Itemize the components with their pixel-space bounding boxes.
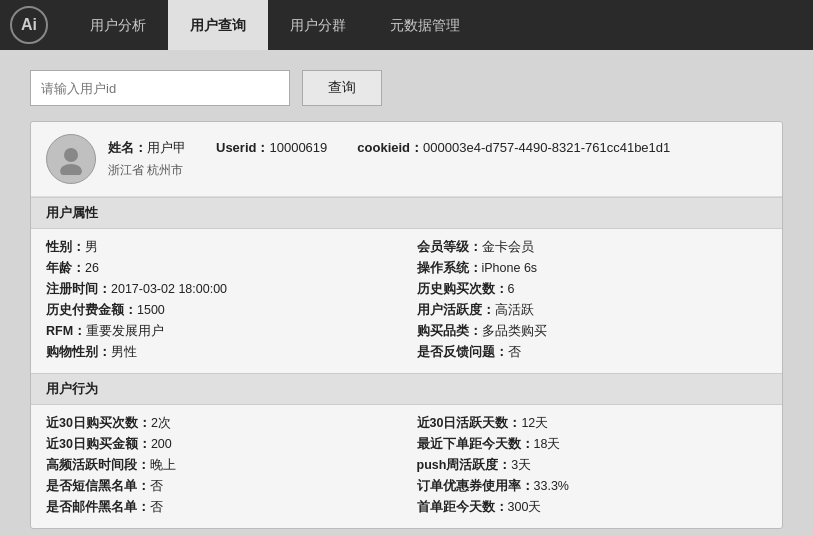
nav-item-user-analysis[interactable]: 用户分析: [68, 0, 168, 50]
user-card: 姓名：用户甲 Userid：10000619 cookieid：000003e4…: [30, 121, 783, 529]
beh-purchase-amount: 近30日购买金额：200: [46, 436, 397, 453]
user-name-label: 姓名：: [108, 140, 147, 155]
attr-membership: 会员等级：金卡会员: [417, 239, 768, 256]
attr-col-right: 会员等级：金卡会员 操作系统：iPhone 6s 历史购买次数：6 用户活跃度：…: [417, 239, 768, 361]
attr-col-left: 性别：男 年龄：26 注册时间：2017-03-02 18:00:00 历史付费…: [46, 239, 397, 361]
attr-os: 操作系统：iPhone 6s: [417, 260, 768, 277]
nav-items: 用户分析 用户查询 用户分群 元数据管理: [68, 0, 482, 50]
search-bar: 查询: [30, 70, 783, 106]
attr-purchase-count-label: 历史购买次数：: [417, 282, 508, 296]
attr-os-value: iPhone 6s: [482, 261, 538, 275]
nav-item-metadata[interactable]: 元数据管理: [368, 0, 482, 50]
main-content: 查询 姓名：用户甲 Userid：10000619: [0, 50, 813, 536]
attr-payment-label: 历史付费金额：: [46, 303, 137, 317]
attr-gender-label: 性别：: [46, 240, 85, 254]
logo-text: Ai: [21, 16, 37, 34]
attr-category-value: 多品类购买: [482, 324, 547, 338]
attr-reg-time-value: 2017-03-02 18:00:00: [111, 282, 227, 296]
nav-item-user-segment[interactable]: 用户分群: [268, 0, 368, 50]
attr-left-list: 性别：男 年龄：26 注册时间：2017-03-02 18:00:00 历史付费…: [46, 239, 397, 361]
attr-membership-label: 会员等级：: [417, 240, 482, 254]
beh-sms-blacklist: 是否短信黑名单：否: [46, 478, 397, 495]
svg-point-0: [64, 148, 78, 162]
beh-email-blacklist-label: 是否邮件黑名单：: [46, 500, 150, 514]
user-location: 浙江省 杭州市: [108, 162, 670, 179]
beh-last-order-value: 18天: [534, 437, 561, 451]
beh-active-time: 高频活跃时间段：晚上: [46, 457, 397, 474]
beh-sms-blacklist-value: 否: [150, 479, 163, 493]
beh-last-order: 最近下单距今天数：18天: [417, 436, 768, 453]
attr-reg-time: 注册时间：2017-03-02 18:00:00: [46, 281, 397, 298]
userid-value: 10000619: [269, 140, 327, 155]
beh-email-blacklist: 是否邮件黑名单：否: [46, 499, 397, 516]
beh-first-order: 首单距今天数：300天: [417, 499, 768, 516]
attr-activity-label: 用户活跃度：: [417, 303, 495, 317]
attr-feedback-value: 否: [508, 345, 521, 359]
attributes-grid: 性别：男 年龄：26 注册时间：2017-03-02 18:00:00 历史付费…: [46, 239, 767, 361]
user-basic-row1: 姓名：用户甲 Userid：10000619 cookieid：000003e4…: [108, 139, 670, 157]
beh-active-time-label: 高频活跃时间段：: [46, 458, 150, 472]
attr-age: 年龄：26: [46, 260, 397, 277]
attr-reg-time-label: 注册时间：: [46, 282, 111, 296]
behavior-col-right: 近30日活跃天数：12天 最近下单距今天数：18天 push周活跃度：3天 订单…: [417, 415, 768, 516]
attr-rfm-label: RFM：: [46, 324, 86, 338]
attr-activity-value: 高活跃: [495, 303, 534, 317]
attr-shop-gender-label: 购物性别：: [46, 345, 111, 359]
attr-age-label: 年龄：: [46, 261, 85, 275]
beh-purchase-amount-label: 近30日购买金额：: [46, 437, 151, 451]
user-name: 姓名：用户甲: [108, 139, 186, 157]
nav-item-user-query[interactable]: 用户查询: [168, 0, 268, 50]
attr-category: 购买品类：多品类购买: [417, 323, 768, 340]
attr-age-value: 26: [85, 261, 99, 275]
beh-purchase-count-value: 2次: [151, 416, 171, 430]
attr-payment-value: 1500: [137, 303, 165, 317]
nav-bar: Ai 用户分析 用户查询 用户分群 元数据管理: [0, 0, 813, 50]
attr-feedback-label: 是否反馈问题：: [417, 345, 508, 359]
user-basic-info: 姓名：用户甲 Userid：10000619 cookieid：000003e4…: [108, 139, 670, 179]
beh-push-activity: push周活跃度：3天: [417, 457, 768, 474]
search-button[interactable]: 查询: [302, 70, 382, 106]
attr-gender-value: 男: [85, 240, 98, 254]
user-userid: Userid：10000619: [216, 139, 327, 157]
beh-push-activity-label: push周活跃度：: [417, 458, 512, 472]
attr-shop-gender-value: 男性: [111, 345, 137, 359]
beh-push-activity-value: 3天: [511, 458, 531, 472]
behavior-left-list: 近30日购买次数：2次 近30日购买金额：200 高频活跃时间段：晚上 是否短信…: [46, 415, 397, 516]
search-input[interactable]: [30, 70, 290, 106]
beh-active-time-value: 晚上: [150, 458, 176, 472]
attr-membership-value: 金卡会员: [482, 240, 534, 254]
attr-purchase-count: 历史购买次数：6: [417, 281, 768, 298]
attr-rfm-value: 重要发展用户: [86, 324, 164, 338]
beh-active-days: 近30日活跃天数：12天: [417, 415, 768, 432]
behavior-grid: 近30日购买次数：2次 近30日购买金额：200 高频活跃时间段：晚上 是否短信…: [46, 415, 767, 516]
attr-category-label: 购买品类：: [417, 324, 482, 338]
attr-right-list: 会员等级：金卡会员 操作系统：iPhone 6s 历史购买次数：6 用户活跃度：…: [417, 239, 768, 361]
attr-shop-gender: 购物性别：男性: [46, 344, 397, 361]
user-header: 姓名：用户甲 Userid：10000619 cookieid：000003e4…: [31, 122, 782, 197]
userid-label: Userid：: [216, 140, 269, 155]
beh-sms-blacklist-label: 是否短信黑名单：: [46, 479, 150, 493]
beh-purchase-count: 近30日购买次数：2次: [46, 415, 397, 432]
attr-os-label: 操作系统：: [417, 261, 482, 275]
attr-feedback: 是否反馈问题：否: [417, 344, 768, 361]
beh-last-order-label: 最近下单距今天数：: [417, 437, 534, 451]
behavior-section-header: 用户行为: [31, 373, 782, 405]
beh-coupon-rate-value: 33.3%: [534, 479, 569, 493]
attr-purchase-count-value: 6: [508, 282, 515, 296]
behavior-col-left: 近30日购买次数：2次 近30日购买金额：200 高频活跃时间段：晚上 是否短信…: [46, 415, 397, 516]
attr-activity: 用户活跃度：高活跃: [417, 302, 768, 319]
attributes-section-header: 用户属性: [31, 197, 782, 229]
attr-payment: 历史付费金额：1500: [46, 302, 397, 319]
user-cookieid: cookieid：000003e4-d757-4490-8321-761cc41…: [357, 139, 670, 157]
beh-first-order-value: 300天: [508, 500, 542, 514]
beh-coupon-rate: 订单优惠券使用率：33.3%: [417, 478, 768, 495]
beh-active-days-value: 12天: [521, 416, 548, 430]
beh-coupon-rate-label: 订单优惠券使用率：: [417, 479, 534, 493]
beh-active-days-label: 近30日活跃天数：: [417, 416, 522, 430]
beh-email-blacklist-value: 否: [150, 500, 163, 514]
nav-logo: Ai: [10, 6, 48, 44]
behavior-section: 近30日购买次数：2次 近30日购买金额：200 高频活跃时间段：晚上 是否短信…: [31, 405, 782, 528]
svg-point-1: [60, 164, 82, 175]
beh-purchase-amount-value: 200: [151, 437, 172, 451]
attr-gender: 性别：男: [46, 239, 397, 256]
